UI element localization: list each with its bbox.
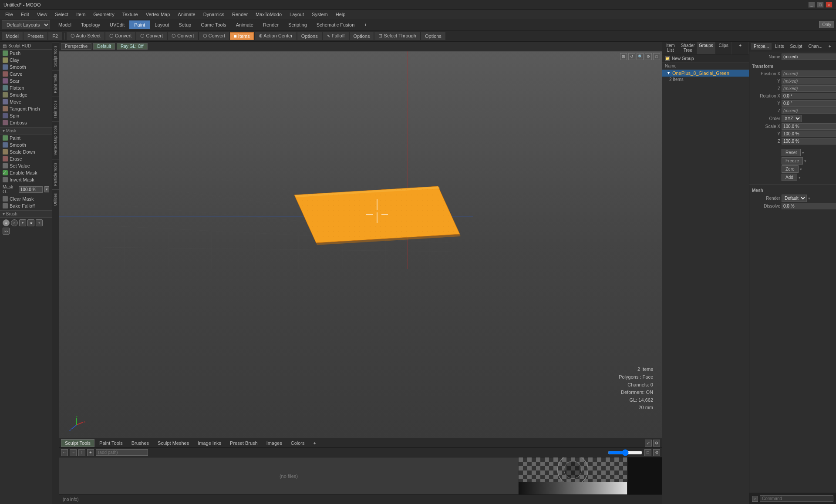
- proptab-channels[interactable]: Chan...: [806, 43, 825, 50]
- layout-dropdown[interactable]: Default Layouts: [2, 20, 50, 29]
- props-dissolve-input[interactable]: [782, 203, 836, 209]
- nav-add-btn[interactable]: +: [87, 449, 94, 456]
- minimize-button[interactable]: _: [808, 2, 815, 8]
- brush-shape4-icon[interactable]: ★: [27, 219, 34, 226]
- tab-setup[interactable]: Setup: [174, 20, 196, 29]
- btab-paint[interactable]: Paint Tools: [95, 439, 127, 447]
- menu-edit[interactable]: Edit: [17, 11, 33, 18]
- menu-maxtomodo[interactable]: MaxToModo: [252, 11, 285, 18]
- nav-up-btn[interactable]: ↑: [78, 449, 85, 456]
- proptab-sculpt[interactable]: Sculpt: [788, 43, 805, 50]
- menu-texture[interactable]: Texture: [119, 11, 142, 18]
- tab-add[interactable]: +: [359, 20, 371, 29]
- convert-btn4[interactable]: ⬡ Convert: [199, 32, 229, 40]
- cmd-chevron-icon[interactable]: ›: [752, 496, 758, 502]
- menu-help[interactable]: Help: [332, 11, 349, 18]
- tool-spin[interactable]: Spin: [0, 112, 52, 119]
- btab-sculptmeshes[interactable]: Sculpt Meshes: [154, 439, 193, 447]
- props-pos-x-input[interactable]: [782, 71, 836, 77]
- props-rot-x-input[interactable]: [782, 93, 836, 99]
- props-zero-btn[interactable]: Zero: [782, 165, 799, 173]
- clear-mask-btn[interactable]: Clear Mask: [0, 195, 52, 202]
- btab-images[interactable]: Images: [263, 439, 286, 447]
- props-scale-z-input[interactable]: [782, 138, 836, 144]
- brush-circle-filled[interactable]: ●: [3, 219, 10, 226]
- tab-paint[interactable]: Paint: [129, 20, 150, 29]
- options-btn3[interactable]: Options: [421, 32, 445, 40]
- vp-icon-expand[interactable]: □: [653, 53, 660, 60]
- rtab-shadertree[interactable]: Shader Tree: [679, 42, 697, 54]
- mode-f2[interactable]: F2: [48, 32, 62, 40]
- brush-circle-outline[interactable]: ○: [11, 219, 18, 226]
- props-rot-y-input[interactable]: [782, 100, 836, 107]
- bottom-settings-icon[interactable]: ⚙: [653, 440, 660, 447]
- proptab-add[interactable]: +: [826, 43, 834, 50]
- tab-layout[interactable]: Layout: [150, 20, 174, 29]
- props-pos-z-input[interactable]: [782, 85, 836, 92]
- enable-mask-toggle[interactable]: ✓ Enable Mask: [0, 169, 52, 176]
- vp-icon-settings[interactable]: ⚙: [645, 53, 652, 60]
- btab-brushes[interactable]: Brushes: [128, 439, 153, 447]
- menu-animate[interactable]: Animate: [174, 11, 199, 18]
- mask-opacity-btn[interactable]: ▾: [44, 186, 49, 192]
- texture-main-preview[interactable]: [519, 457, 627, 482]
- tab-scripting[interactable]: Scripting: [283, 20, 312, 29]
- options-btn2[interactable]: Options: [350, 32, 374, 40]
- viewport-3d[interactable]: ⊞ ↺ 🔍 ⚙ □ 2 Items Polygons : Face Channe…: [59, 51, 662, 438]
- close-button[interactable]: ×: [826, 2, 833, 8]
- selectthrough-btn[interactable]: ⊡ Select Through: [374, 32, 420, 40]
- tool-scar[interactable]: Scar: [0, 77, 52, 84]
- menu-item[interactable]: Item: [73, 11, 89, 18]
- tool-smudge[interactable]: Smudge: [0, 91, 52, 98]
- sidetab-utilities[interactable]: Utilities: [52, 189, 59, 209]
- mode-presets[interactable]: Presets: [24, 32, 47, 40]
- convert-btn3[interactable]: ⬡ Convert: [168, 32, 198, 40]
- options-btn1[interactable]: Options: [297, 32, 322, 40]
- tool-clay[interactable]: Clay: [0, 57, 52, 64]
- proptab-properties[interactable]: Prope...: [751, 43, 772, 50]
- props-reset-arrow[interactable]: ▾: [802, 151, 804, 155]
- command-input[interactable]: [760, 495, 833, 502]
- tool-flatten[interactable]: Flatten: [0, 84, 52, 91]
- sidetab-paint[interactable]: Paint Tools: [52, 70, 59, 97]
- vp-raygl-btn[interactable]: Ray GL: Off: [117, 43, 148, 50]
- tab-gametools[interactable]: Game Tools: [196, 20, 231, 29]
- props-freeze-arrow[interactable]: ▾: [804, 159, 806, 163]
- props-render-arrow[interactable]: ▾: [808, 196, 810, 201]
- tab-schematic[interactable]: Schematic Fusion: [312, 20, 359, 29]
- tab-topology[interactable]: Topology: [76, 20, 105, 29]
- menu-geometry[interactable]: Geometry: [90, 11, 118, 18]
- menu-layout[interactable]: Layout: [286, 11, 307, 18]
- props-rot-z-input[interactable]: [782, 108, 836, 114]
- tool-smooth[interactable]: Smooth: [0, 64, 52, 71]
- mask-smooth[interactable]: Smooth: [0, 141, 52, 148]
- brush-more-btn[interactable]: >>: [3, 228, 10, 235]
- rtab-add[interactable]: +: [732, 42, 749, 54]
- vp-perspective-btn[interactable]: Perspective: [61, 43, 91, 50]
- mask-paint[interactable]: Paint: [0, 134, 52, 141]
- menu-dynamics[interactable]: Dynamics: [200, 11, 228, 18]
- autoselect-btn[interactable]: ⬡ Auto Select: [67, 32, 104, 40]
- props-freeze-btn[interactable]: Freeze: [782, 157, 803, 165]
- rtab-clips[interactable]: Clips: [715, 42, 732, 54]
- props-scale-x-input[interactable]: [782, 123, 836, 130]
- bottom-grid-btn[interactable]: □: [644, 449, 651, 456]
- vp-icon-grid[interactable]: ⊞: [620, 53, 627, 60]
- props-scale-y-input[interactable]: [782, 131, 836, 137]
- props-add-btn[interactable]: Add: [782, 174, 797, 181]
- mask-scaledown[interactable]: Scale Down: [0, 148, 52, 155]
- mask-opacity-input[interactable]: [19, 186, 43, 193]
- props-name-input[interactable]: [782, 54, 836, 60]
- group-item-oneplus[interactable]: ▼ OnePlus_8_Glacial_Green: [662, 70, 749, 77]
- sidetab-vertexmap[interactable]: Vertex Map Tools: [52, 121, 59, 159]
- props-reset-btn[interactable]: Reset: [782, 149, 801, 156]
- mode-model[interactable]: Model: [2, 32, 23, 40]
- menu-view[interactable]: View: [34, 11, 51, 18]
- brush-star-icon[interactable]: ✦: [19, 219, 26, 226]
- zoom-slider[interactable]: [608, 449, 643, 456]
- tool-tangentpinch[interactable]: Tangent Pinch: [0, 105, 52, 112]
- tool-push[interactable]: Push: [0, 50, 52, 57]
- props-pos-y-input[interactable]: [782, 78, 836, 84]
- bake-falloff-btn[interactable]: Bake Falloff: [0, 202, 52, 209]
- btab-add[interactable]: +: [310, 439, 320, 447]
